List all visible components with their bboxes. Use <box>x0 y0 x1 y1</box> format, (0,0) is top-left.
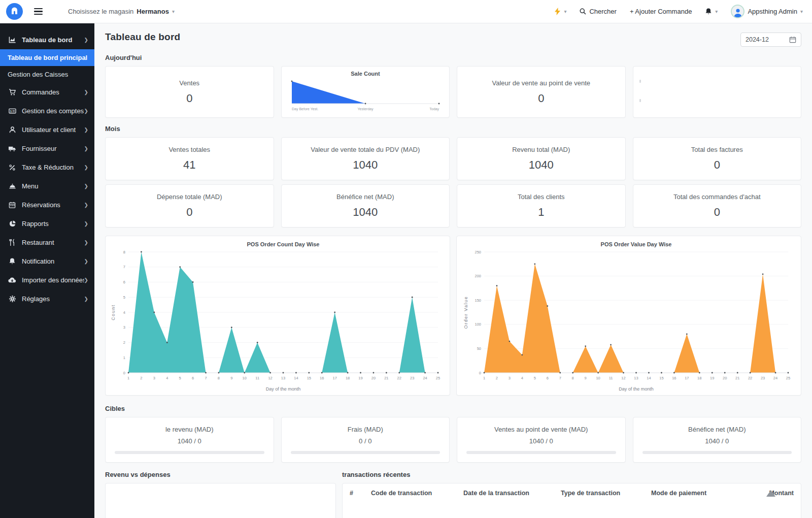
target-label: Ventes au point de vente (MAD) <box>489 426 593 433</box>
svg-text:8: 8 <box>123 249 125 254</box>
sale-count-chart: Day Before Yest.YesterdayTodaySale Count <box>287 70 444 114</box>
svg-text:23: 23 <box>410 376 414 380</box>
main-content: Tableau de bord Aujourd'hui Ventes 0 Day… <box>94 23 812 518</box>
sidebar-item-reglages[interactable]: Réglages ❯ <box>0 289 94 308</box>
stat-label: Ventes <box>174 79 205 87</box>
svg-text:Day of the month: Day of the month <box>619 386 654 392</box>
add-order-button[interactable]: + Ajouter Commande <box>630 8 692 15</box>
svg-text:Count: Count <box>111 304 116 320</box>
target-card-frais: Frais (MAD) 0 / 0 <box>281 417 450 463</box>
svg-text:3: 3 <box>508 376 510 380</box>
empty-stat-card <box>633 66 802 118</box>
target-value: 1040 / 0 <box>173 437 207 445</box>
stat-card-total-clients: Total des clients 1 <box>457 184 626 228</box>
sidebar-item-notification[interactable]: Notification ❯ <box>0 252 94 271</box>
stat-label: Valeur de vente au point de vente <box>487 79 595 87</box>
svg-text:10: 10 <box>243 376 247 380</box>
notifications-button[interactable]: ▾ <box>705 8 718 15</box>
stat-card-ventes-totales: Ventes totales 41 <box>105 137 274 180</box>
stat-card-revenu-total: Revenu total (MAD) 1040 <box>457 137 626 180</box>
svg-text:7: 7 <box>559 376 561 380</box>
hamburger-menu-icon[interactable] <box>34 8 43 15</box>
sidebar-item-tableau-de-bord-principal[interactable]: Tableau de bord principal <box>0 49 94 66</box>
stat-value: 0 <box>186 92 192 105</box>
stat-label: Ventes totales <box>163 146 215 153</box>
svg-text:25: 25 <box>436 376 440 380</box>
svg-text:25: 25 <box>786 376 790 380</box>
svg-text:150: 150 <box>475 298 481 302</box>
search-button[interactable]: Chercher <box>580 8 616 15</box>
svg-text:13: 13 <box>634 376 638 380</box>
month-picker[interactable] <box>740 33 801 47</box>
store-selector[interactable]: Choisissez le magasin Hermanos ▾ <box>68 8 175 15</box>
column-header: Mode de paiement <box>651 490 759 497</box>
svg-text:POS Order Value Day Wise: POS Order Value Day Wise <box>600 241 671 247</box>
section-header-transactions: transactions récentes <box>342 471 801 478</box>
chevron-right-icon: ❯ <box>84 108 88 114</box>
accounts-icon: $ <box>8 107 16 115</box>
chevron-right-icon: ❯ <box>84 183 88 189</box>
stat-label: Revenu total (MAD) <box>507 146 575 153</box>
sidebar-item-label: Commandes <box>22 88 84 96</box>
user-avatar <box>731 5 745 18</box>
sidebar-item-taxe-reduction[interactable]: Taxe & Réduction ❯ <box>0 158 94 177</box>
svg-text:11: 11 <box>255 376 259 380</box>
month-picker-input[interactable] <box>746 36 785 43</box>
sidebar-item-rapports[interactable]: Rapports ❯ <box>0 214 94 233</box>
sidebar-item-reservations[interactable]: Réservations ❯ <box>0 196 94 214</box>
sidebar-item-label: Utilisateur et client <box>22 126 84 134</box>
target-value: 1040 / 0 <box>524 437 558 445</box>
pie-chart-icon <box>8 220 16 228</box>
svg-text:21: 21 <box>735 376 739 380</box>
svg-text:20: 20 <box>371 376 376 380</box>
sidebar-item-menu[interactable]: Menu ❯ <box>0 177 94 196</box>
stat-value: 0 <box>714 206 720 219</box>
sidebar-item-importer-des-donnees[interactable]: Importer des données ❯ <box>0 271 94 289</box>
svg-text:Day of the month: Day of the month <box>266 386 301 392</box>
sidebar-item-gestion-des-caisses[interactable]: Gestion des Caisses <box>0 66 94 83</box>
target-value: 0 / 0 <box>354 437 377 445</box>
target-progress-bar <box>466 451 616 454</box>
svg-text:22: 22 <box>397 376 401 380</box>
svg-text:15: 15 <box>307 376 311 380</box>
stat-card-valeur-totale-pdv: Valeur de vente totale du PDV (MAD) 1040 <box>281 137 450 180</box>
cart-icon <box>8 88 16 96</box>
chevron-down-icon: ▾ <box>800 9 803 14</box>
svg-text:$: $ <box>10 109 12 113</box>
user-menu[interactable]: Appsthing Admin ▾ <box>731 5 803 18</box>
stat-value: 41 <box>183 158 195 172</box>
sidebar-item-label: Rapports <box>22 220 84 228</box>
svg-text:19: 19 <box>358 376 362 380</box>
sidebar-item-commandes[interactable]: Commandes ❯ <box>0 83 94 102</box>
app-logo[interactable] <box>6 3 23 20</box>
stat-label: Valeur de vente totale du PDV (MAD) <box>306 146 425 153</box>
svg-text:250: 250 <box>475 249 481 254</box>
svg-text:Today: Today <box>429 107 439 111</box>
svg-text:16: 16 <box>672 376 676 380</box>
svg-text:19: 19 <box>710 376 714 380</box>
svg-text:1: 1 <box>123 355 125 360</box>
stat-value: 1 <box>538 206 544 219</box>
sale-count-chart-card: Day Before Yest.YesterdayTodaySale Count <box>281 66 450 118</box>
scroll-to-top-button[interactable] <box>766 490 775 497</box>
sidebar-item-label: Tableau de bord principal <box>8 54 88 61</box>
search-icon <box>580 8 586 15</box>
svg-text:18: 18 <box>697 376 701 380</box>
target-label: Frais (MAD) <box>343 426 388 433</box>
sidebar-item-label: Tableau de bord <box>22 36 84 44</box>
stat-value: 0 <box>186 206 192 219</box>
lightning-bolt-icon <box>554 8 561 15</box>
sidebar-item-utilisateur-et-client[interactable]: Utilisateur et client ❯ <box>0 120 94 139</box>
quick-actions-menu[interactable]: ▾ <box>554 8 566 15</box>
sidebar-item-restaurant[interactable]: Restaurant ❯ <box>0 233 94 252</box>
stat-value: 1040 <box>353 206 378 219</box>
stat-label: Total des factures <box>686 146 748 153</box>
sidebar-item-tableau-de-bord[interactable]: Tableau de bord ❯ <box>0 30 94 49</box>
svg-text:5: 5 <box>123 295 125 299</box>
sidebar-item-fournisseur[interactable]: Fournisseur ❯ <box>0 139 94 158</box>
svg-text:8: 8 <box>218 376 220 380</box>
stat-card-depense-totale: Dépense totale (MAD) 0 <box>105 184 274 228</box>
svg-text:9: 9 <box>584 376 586 380</box>
chevron-right-icon: ❯ <box>84 240 88 245</box>
sidebar-item-gestion-des-comptes[interactable]: $ Gestion des comptes ❯ <box>0 102 94 120</box>
